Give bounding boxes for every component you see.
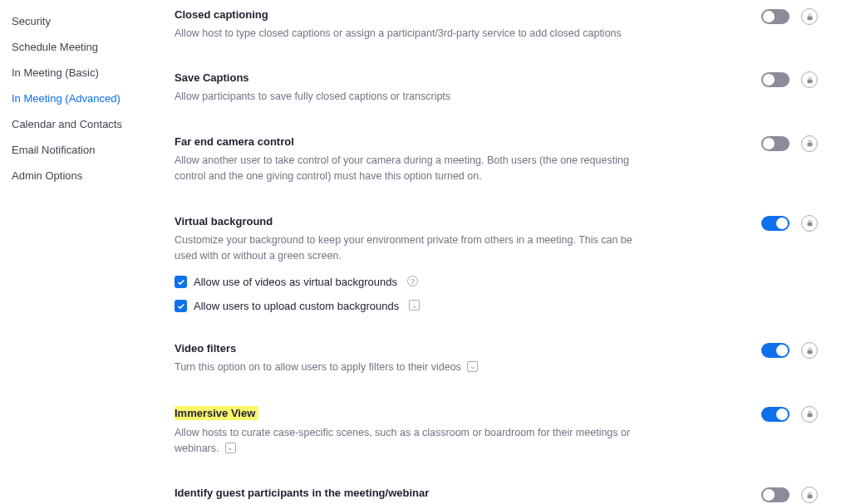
toggle-virtual-background[interactable] xyxy=(761,216,790,231)
setting-title: Video filters xyxy=(175,342,640,355)
checkbox-row-videos: Allow use of videos as virtual backgroun… xyxy=(175,276,640,288)
setting-far-end-camera: Far end camera control Allow another use… xyxy=(175,135,826,185)
setting-desc: Allow host to type closed captions or as… xyxy=(175,26,640,42)
lock-icon[interactable] xyxy=(801,342,818,359)
toggle-identify-guests[interactable] xyxy=(761,487,790,502)
checkbox-label: Allow users to upload custom backgrounds xyxy=(194,300,399,312)
toggle-far-end-camera[interactable] xyxy=(761,136,790,151)
checkbox-row-upload: Allow users to upload custom backgrounds… xyxy=(175,300,640,312)
sidebar-item-calendar-contacts[interactable]: Calendar and Contacts xyxy=(12,111,150,137)
info-icon[interactable]: ⌄ xyxy=(467,361,478,372)
setting-video-filters: Video filters Turn this option on to all… xyxy=(175,342,826,375)
setting-title: Far end camera control xyxy=(175,135,640,148)
setting-title: Identify guest participants in the meeti… xyxy=(175,487,640,499)
toggle-save-captions[interactable] xyxy=(761,72,790,87)
setting-closed-captioning: Closed captioning Allow host to type clo… xyxy=(175,8,826,42)
checkbox-label: Allow use of videos as virtual backgroun… xyxy=(194,276,397,288)
setting-title: Immersive View xyxy=(175,406,258,420)
setting-desc: Turn this option on to allow users to ap… xyxy=(175,360,640,375)
sidebar-item-security[interactable]: Security xyxy=(12,8,150,34)
checkbox-allow-upload[interactable] xyxy=(175,300,187,312)
setting-desc: Customize your background to keep your e… xyxy=(175,232,640,265)
sidebar-item-email-notification[interactable]: Email Notification xyxy=(12,137,150,163)
main-content: Closed captioning Allow host to type clo… xyxy=(150,0,851,504)
toggle-immersive-view[interactable] xyxy=(761,407,790,422)
sidebar-item-admin-options[interactable]: Admin Options xyxy=(12,163,150,188)
lock-icon[interactable] xyxy=(801,71,818,88)
lock-icon[interactable] xyxy=(801,215,818,232)
lock-icon[interactable] xyxy=(801,135,818,152)
sidebar-item-in-meeting-advanced[interactable]: In Meeting (Advanced) xyxy=(12,86,150,111)
setting-identify-guests: Identify guest participants in the meeti… xyxy=(175,487,826,504)
setting-title: Virtual background xyxy=(175,215,640,228)
setting-title: Closed captioning xyxy=(175,8,640,21)
checkbox-allow-videos[interactable] xyxy=(175,276,187,288)
setting-desc: Allow another user to take control of yo… xyxy=(175,153,640,185)
setting-desc: Allow hosts to curate case-specific scen… xyxy=(175,425,640,458)
info-icon[interactable]: ⌄ xyxy=(409,300,420,311)
info-icon[interactable]: ⌄ xyxy=(225,443,236,453)
setting-immersive-view: Immersive View Allow hosts to curate cas… xyxy=(175,406,826,458)
lock-icon[interactable] xyxy=(801,487,818,503)
sidebar-item-in-meeting-basic[interactable]: In Meeting (Basic) xyxy=(12,60,150,86)
setting-title: Save Captions xyxy=(175,71,640,84)
setting-save-captions: Save Captions Allow participants to save… xyxy=(175,71,826,105)
setting-desc: Allow participants to save fully closed … xyxy=(175,89,640,105)
sidebar-item-schedule-meeting[interactable]: Schedule Meeting xyxy=(12,34,150,60)
toggle-closed-captioning[interactable] xyxy=(761,9,790,24)
lock-icon[interactable] xyxy=(801,8,818,25)
sidebar: Security Schedule Meeting In Meeting (Ba… xyxy=(0,0,150,504)
toggle-video-filters[interactable] xyxy=(761,343,790,358)
lock-icon[interactable] xyxy=(801,406,818,423)
help-icon[interactable]: ? xyxy=(407,276,418,286)
setting-virtual-background: Virtual background Customize your backgr… xyxy=(175,215,826,313)
